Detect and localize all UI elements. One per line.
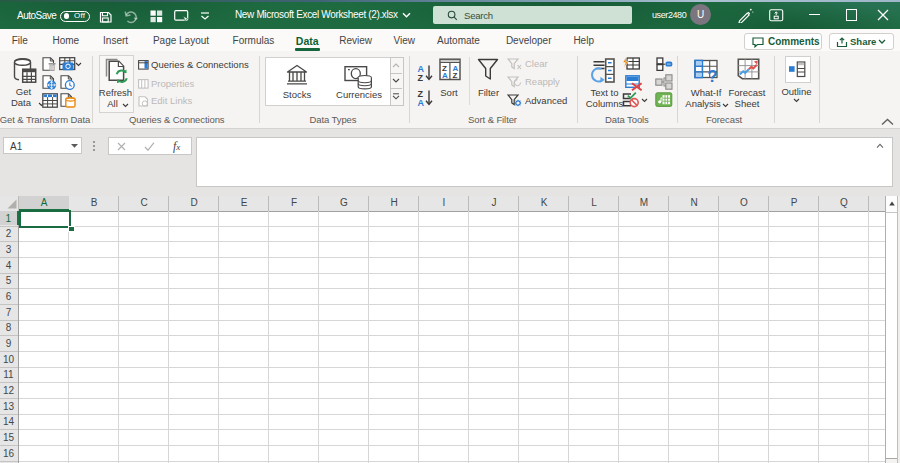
svg-text:Z: Z — [452, 71, 457, 80]
svg-text:A: A — [417, 98, 424, 107]
svg-text:?: ? — [707, 67, 717, 84]
svg-text:Z: Z — [417, 73, 423, 82]
svg-text:A: A — [442, 71, 448, 80]
